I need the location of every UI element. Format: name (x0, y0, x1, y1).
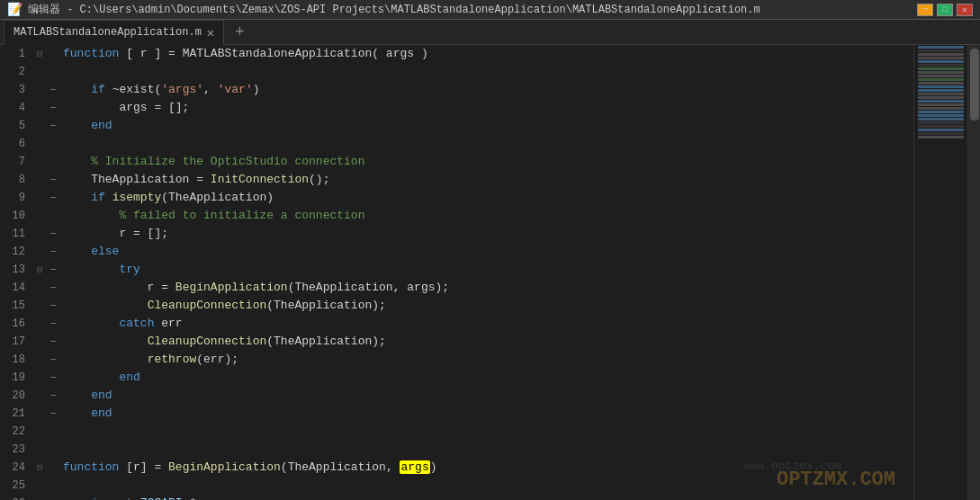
line-dash: – (47, 333, 59, 351)
line-number: 15 (0, 297, 32, 315)
fold-indicator (32, 63, 47, 81)
line-content (59, 423, 913, 441)
code-line: 18– rethrow(err); (0, 351, 913, 369)
line-content: r = BeginApplication(TheApplication, arg… (59, 279, 913, 297)
line-content: catch err (59, 315, 913, 333)
line-content (59, 63, 913, 81)
line-number: 7 (0, 153, 32, 171)
line-number: 11 (0, 225, 32, 243)
fold-indicator (32, 351, 47, 369)
tab-main[interactable]: MATLABStandaloneApplication.m ✕ (4, 20, 224, 45)
line-number: 4 (0, 99, 32, 117)
line-dash: – (47, 243, 59, 261)
line-number: 6 (0, 135, 32, 153)
fold-indicator (32, 477, 47, 495)
code-line: 6 (0, 135, 913, 153)
code-line: 9– if isempty(TheApplication) (0, 189, 913, 207)
minimize-button[interactable]: ─ (917, 4, 933, 16)
scrollbar[interactable] (967, 45, 980, 500)
line-content: rethrow(err); (59, 351, 913, 369)
line-dash (47, 135, 59, 153)
line-dash: – (47, 81, 59, 99)
line-content: else (59, 243, 913, 261)
line-content: import ZOSAPI.*; (59, 495, 913, 500)
code-line: 13⊟– try (0, 261, 913, 279)
fold-indicator (32, 441, 47, 459)
title-bar-text: 编辑器 - C:\Users\admin\Documents\Zemax\ZOS… (28, 2, 912, 17)
line-dash: – (47, 405, 59, 423)
code-line: 19– end (0, 369, 913, 387)
fold-indicator (32, 117, 47, 135)
fold-indicator[interactable]: ⊟ (32, 459, 47, 477)
line-number: 22 (0, 423, 32, 441)
line-number: 10 (0, 207, 32, 225)
line-number: 3 (0, 81, 32, 99)
fold-indicator (32, 405, 47, 423)
fold-indicator[interactable]: ⊟ (32, 261, 47, 279)
line-content: end (59, 387, 913, 405)
fold-indicator[interactable]: ⊟ (32, 45, 47, 63)
code-line: 21– end (0, 405, 913, 423)
code-area[interactable]: 1⊟function [ r ] = MATLABStandaloneAppli… (0, 45, 913, 500)
line-dash: – (47, 117, 59, 135)
tab-close-icon[interactable]: ✕ (207, 25, 214, 40)
line-number: 9 (0, 189, 32, 207)
fold-indicator (32, 423, 47, 441)
line-dash: – (47, 261, 59, 279)
line-number: 14 (0, 279, 32, 297)
line-number: 16 (0, 315, 32, 333)
editor-container: 1⊟function [ r ] = MATLABStandaloneAppli… (0, 45, 980, 500)
line-dash: – (47, 495, 59, 500)
code-line: 16– catch err (0, 315, 913, 333)
scrollbar-thumb[interactable] (970, 49, 979, 121)
line-number: 5 (0, 117, 32, 135)
code-line: 22 (0, 423, 913, 441)
line-number: 23 (0, 441, 32, 459)
line-dash: – (47, 351, 59, 369)
tab-add-button[interactable]: + (228, 22, 251, 42)
line-content (59, 135, 913, 153)
fold-indicator (32, 171, 47, 189)
line-number: 24 (0, 459, 32, 477)
line-content: end (59, 369, 913, 387)
line-number: 25 (0, 477, 32, 495)
fold-indicator (32, 297, 47, 315)
line-content: try (59, 261, 913, 279)
editor-icon: 📝 (7, 2, 22, 17)
minimap (913, 45, 967, 500)
fold-indicator (32, 495, 47, 500)
line-dash (47, 441, 59, 459)
line-number: 13 (0, 261, 32, 279)
line-number: 17 (0, 333, 32, 351)
line-content: CleanupConnection(TheApplication); (59, 297, 913, 315)
line-content: if isempty(TheApplication) (59, 189, 913, 207)
code-line: 26– import ZOSAPI.*; (0, 495, 913, 500)
fold-indicator (32, 279, 47, 297)
line-content: end (59, 117, 913, 135)
code-line: 14– r = BeginApplication(TheApplication,… (0, 279, 913, 297)
tab-label: MATLABStandaloneApplication.m (13, 26, 202, 39)
line-number: 1 (0, 45, 32, 63)
line-content: end (59, 405, 913, 423)
code-line: 1⊟function [ r ] = MATLABStandaloneAppli… (0, 45, 913, 63)
code-line: 24⊟function [r] = BeginApplication(TheAp… (0, 459, 913, 477)
fold-indicator (32, 387, 47, 405)
line-content (59, 441, 913, 459)
line-dash (47, 153, 59, 171)
fold-indicator (32, 333, 47, 351)
fold-indicator (32, 243, 47, 261)
line-content: % Initialize the OpticStudio connection (59, 153, 913, 171)
line-dash: – (47, 99, 59, 117)
close-button[interactable]: ✕ (957, 4, 973, 16)
line-dash (47, 477, 59, 495)
line-number: 21 (0, 405, 32, 423)
line-dash: – (47, 369, 59, 387)
code-line: 8– TheApplication = InitConnection(); (0, 171, 913, 189)
line-number: 19 (0, 369, 32, 387)
line-dash (47, 45, 59, 63)
code-line: 3– if ~exist('args', 'var') (0, 81, 913, 99)
line-dash (47, 63, 59, 81)
fold-indicator (32, 153, 47, 171)
line-content: args = []; (59, 99, 913, 117)
maximize-button[interactable]: □ (937, 4, 953, 16)
